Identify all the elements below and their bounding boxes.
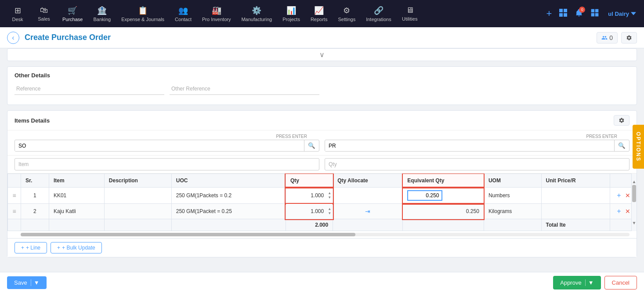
collapse-section: ∨ <box>7 48 637 61</box>
qty-cell-1: 1.000 ▲ ▼ <box>286 188 333 204</box>
items-header-right <box>614 115 630 126</box>
grid-view-button[interactable] <box>557 7 569 21</box>
hscroll-thumb <box>21 233 355 236</box>
sales-icon: 🛍 <box>40 6 48 15</box>
options-tab[interactable]: OPTIONS <box>633 124 644 168</box>
items-details-section: Items Details PRESS ENTER 🔍 PRESS ENTER <box>7 110 637 257</box>
hscroll-track[interactable] <box>21 233 630 236</box>
nav-sales[interactable]: 🛍 Sales <box>31 3 57 24</box>
item-qty-filter-row <box>7 156 637 174</box>
other-reference-field <box>170 83 319 95</box>
integrations-icon: 🔗 <box>374 6 384 15</box>
items-footer: + + Line + + Bulk Update <box>7 238 637 257</box>
nav-purchase[interactable]: 🛒 Purchase <box>57 3 88 25</box>
scroll-down-arrow[interactable]: ▼ <box>632 221 637 225</box>
add-button[interactable]: + <box>544 6 554 21</box>
total-uoc <box>171 219 286 231</box>
item-filter-input[interactable] <box>14 158 319 170</box>
back-button[interactable]: ‹ <box>7 32 19 44</box>
svg-rect-1 <box>564 9 567 12</box>
collapse-toggle[interactable]: ∨ <box>7 49 637 61</box>
add-row-button-2[interactable]: + <box>615 206 622 216</box>
remove-row-button-1[interactable]: ✕ <box>624 191 631 200</box>
nav-utilities[interactable]: 🖥 Utilities <box>397 3 423 24</box>
total-row: 2.000 Total Ite <box>8 219 637 231</box>
svg-rect-7 <box>595 13 599 16</box>
so-press-enter-label: PRESS ENTER <box>14 134 319 139</box>
unit-price-cell-1 <box>541 188 610 204</box>
qty-filter-input[interactable] <box>325 158 630 170</box>
add-line-button[interactable]: + + Line <box>14 242 47 253</box>
pro-inventory-icon: 🏭 <box>212 6 221 15</box>
nav-desk[interactable]: ⊞ Desk <box>4 3 31 25</box>
page-title: Create Purchase Order <box>25 33 111 42</box>
drag-handle-1[interactable]: ≡ <box>12 192 16 199</box>
users-button[interactable]: 0 <box>597 32 618 43</box>
bulk-update-button[interactable]: + + Bulk Update <box>51 242 102 253</box>
company-selector[interactable]: ul Dairy <box>604 9 640 19</box>
other-reference-input[interactable] <box>170 83 319 95</box>
total-uom <box>484 219 541 231</box>
svg-rect-5 <box>595 9 599 12</box>
drag-cell-1: ≡ <box>8 188 21 204</box>
nav-banking[interactable]: 🏦 Banking <box>88 3 116 25</box>
sub-header: ‹ Create Purchase Order 0 <box>0 27 644 48</box>
qty-allocate-cell-2: ⇥ <box>333 204 403 219</box>
nav-projects[interactable]: 📊 Projects <box>277 3 305 25</box>
nav-integrations[interactable]: 🔗 Integrations <box>361 3 396 25</box>
table-header-row: Sr. Item Description UOC Qty Qty Allocat… <box>8 174 637 188</box>
nav-manufacturing[interactable]: ⚙️ Manufacturing <box>236 3 277 25</box>
item-cell-1: KK01 <box>49 188 104 204</box>
equiv-cell-1 <box>403 188 484 204</box>
equiv-qty-input-1[interactable] <box>407 190 442 201</box>
unit-price-cell-2 <box>541 204 610 219</box>
th-sr: Sr. <box>21 174 49 188</box>
other-details-title: Other Details <box>14 72 630 79</box>
qty-down-2[interactable]: ▼ <box>327 211 332 216</box>
nav-reports[interactable]: 📈 Reports <box>305 3 333 25</box>
qty-down-1[interactable]: ▼ <box>327 195 332 200</box>
items-title: Items Details <box>14 117 50 124</box>
other-details-card: Other Details <box>7 66 637 105</box>
search-bars: PRESS ENTER 🔍 PRESS ENTER 🔍 <box>7 130 637 156</box>
qty-up-2[interactable]: ▲ <box>327 207 332 211</box>
nav-settings[interactable]: ⚙ Settings <box>333 3 361 25</box>
qty-allocate-icon-2[interactable]: ⇥ <box>364 207 371 216</box>
uoc-cell-1: 250 GM(1Packets = 0.2 <box>171 188 286 204</box>
scroll-up-arrow[interactable]: ▲ <box>632 179 637 184</box>
add-row-button-1[interactable]: + <box>615 191 622 200</box>
nav-contact[interactable]: 👥 Contact <box>170 3 197 25</box>
table-row: ≡ 1 KK01 250 GM(1Packets = 0.2 1.000 ▲ ▼ <box>8 188 637 204</box>
desk-icon: ⊞ <box>14 6 21 15</box>
nav-expense[interactable]: 📋 Expense & Journals <box>116 3 170 25</box>
pr-search-group: PRESS ENTER 🔍 <box>325 134 630 152</box>
th-description: Description <box>104 174 171 188</box>
svg-rect-0 <box>559 9 563 12</box>
so-search-input[interactable] <box>15 141 304 151</box>
drag-handle-2[interactable]: ≡ <box>12 208 16 215</box>
so-search-wrap: 🔍 <box>14 140 319 152</box>
items-table-wrap: Sr. Item Description UOC Qty Qty Allocat… <box>7 174 637 231</box>
utilities-icon: 🖥 <box>406 6 414 15</box>
uom-cell-1: Numbers <box>484 188 541 204</box>
so-search-button[interactable]: 🔍 <box>304 140 319 151</box>
items-settings-button[interactable] <box>614 115 630 126</box>
qty-up-1[interactable]: ▲ <box>327 191 332 195</box>
empty-field-1 <box>325 83 474 95</box>
sr-cell-1: 1 <box>21 188 49 204</box>
nav-right-area: + 0 ul Dairy <box>544 6 640 21</box>
table-vscroll[interactable]: ▲ ▼ <box>631 174 637 231</box>
layout-button[interactable] <box>589 7 601 21</box>
notification-button[interactable]: 0 <box>573 7 585 21</box>
total-label: Total Ite <box>541 219 610 231</box>
nav-pro-inventory[interactable]: 🏭 Pro Inventory <box>197 3 236 25</box>
qty-filter-wrap <box>325 158 630 170</box>
pr-search-button[interactable]: 🔍 <box>614 140 629 151</box>
remove-row-button-2[interactable]: ✕ <box>624 207 631 216</box>
settings-icon: ⚙ <box>343 6 350 15</box>
total-drag <box>8 219 21 231</box>
bulk-update-icon: + <box>57 245 60 251</box>
settings-button[interactable] <box>621 32 637 43</box>
reference-input[interactable] <box>14 83 164 95</box>
pr-search-input[interactable] <box>325 141 614 151</box>
